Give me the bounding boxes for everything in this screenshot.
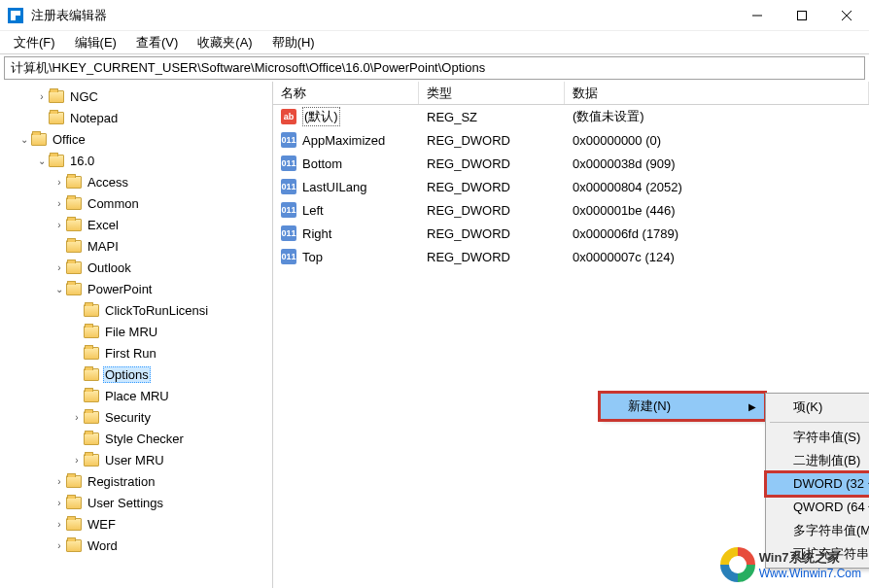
tree-item-label: Word [86,538,120,553]
tree-expander-icon[interactable]: › [35,91,49,102]
folder-icon [84,411,99,424]
menu-view[interactable]: 查看(V) [126,32,188,53]
menu-file[interactable]: 文件(F) [4,32,65,53]
tree-item-label: PowerPoint [86,282,154,296]
tree-item-label: Office [51,132,87,147]
folder-icon [31,133,47,146]
column-data[interactable]: 数据 [565,82,869,104]
reg-binary-icon: 011 [281,249,296,264]
folder-icon [66,261,82,274]
list-row[interactable]: 011AppMaximizedREG_DWORD0x00000000 (0) [273,128,869,152]
context-item-qword[interactable]: QWORD (64 位)值(Q) [766,496,869,519]
context-menu-new-submenu: 项(K) 字符串值(S) 二进制值(B) DWORD (32 位)值(D) QW… [765,393,869,569]
tree-item-label: Outlook [86,260,133,275]
tree-item[interactable]: ›Word [0,535,272,556]
list-row[interactable]: 011TopREG_DWORD0x0000007c (124) [273,245,869,268]
tree-item-label: First Run [103,346,158,361]
tree-item[interactable]: File MRU [0,321,272,342]
list-row[interactable]: 011LeftREG_DWORD0x000001be (446) [273,198,869,222]
folder-icon [66,283,82,295]
column-name[interactable]: 名称 [273,82,419,104]
tree-expander-icon[interactable]: ⌄ [52,284,66,294]
watermark-name: Win7系统之家 [759,550,840,565]
menu-favorites[interactable]: 收藏夹(A) [188,32,261,53]
tree-item[interactable]: Style Checker [0,428,272,449]
tree-expander-icon[interactable]: › [70,412,84,423]
list-header: 名称 类型 数据 [273,82,869,105]
tree-item[interactable]: ›Access [0,171,272,192]
tree-expander-icon[interactable]: › [52,198,66,209]
tree-item[interactable]: ⌄16.0 [0,150,272,171]
context-item-new[interactable]: 新建(N) ▶ [601,394,764,419]
list-row[interactable]: 011LastUILangREG_DWORD0x00000804 (2052) [273,175,869,198]
tree-expander-icon[interactable]: ⌄ [17,134,31,145]
folder-icon [84,326,99,338]
tree-item[interactable]: ClickToRunLicensi [0,299,272,321]
tree-expander-icon[interactable]: ⌄ [35,156,49,166]
context-item-multistring[interactable]: 多字符串值(M) [766,519,869,542]
tree-expander-icon[interactable]: › [52,262,66,273]
menu-edit[interactable]: 编辑(E) [65,32,126,53]
tree-item[interactable]: Place MRU [0,385,272,406]
folder-icon [84,454,99,467]
folder-icon [84,432,99,445]
value-data: 0x00000804 (2052) [565,180,869,194]
tree-item[interactable]: Notepad [0,107,272,128]
tree-expander-icon[interactable]: › [52,177,66,188]
list-row[interactable]: 011RightREG_DWORD0x000006fd (1789) [273,222,869,245]
tree-item[interactable]: ›Registration [0,470,272,492]
folder-icon [66,219,82,231]
column-type[interactable]: 类型 [419,82,565,104]
app-icon [8,8,23,23]
folder-icon [66,497,82,509]
close-button[interactable] [824,0,869,31]
list-row[interactable]: 011BottomREG_DWORD0x0000038d (909) [273,152,869,175]
folder-icon [66,197,82,210]
context-item-string[interactable]: 字符串值(S) [766,426,869,449]
tree-item-label: User Settings [86,496,165,510]
list-row[interactable]: ab(默认)REG_SZ(数值未设置) [273,105,869,128]
folder-icon [84,347,99,360]
tree-item[interactable]: Options [0,363,272,385]
titlebar: 注册表编辑器 [0,0,869,31]
list-body[interactable]: ab(默认)REG_SZ(数值未设置)011AppMaximizedREG_DW… [273,105,869,268]
tree-item[interactable]: ›User MRU [0,449,272,470]
tree-expander-icon[interactable]: › [70,455,84,466]
tree-item-label: Excel [86,218,121,232]
value-type: REG_DWORD [419,156,565,171]
tree-item-label: Options [103,366,151,383]
reg-binary-icon: 011 [281,132,296,148]
address-bar[interactable]: 计算机\HKEY_CURRENT_USER\Software\Microsoft… [4,56,865,80]
tree-expander-icon[interactable]: › [52,519,66,530]
tree-expander-icon[interactable]: › [52,540,66,551]
tree-expander-icon[interactable]: › [52,498,66,508]
context-item-key[interactable]: 项(K) [766,396,869,419]
maximize-button[interactable] [780,0,824,31]
tree-item[interactable]: ›Security [0,406,272,428]
folder-icon [66,518,82,531]
tree-item[interactable]: ›Excel [0,214,272,235]
tree-item[interactable]: ⌄Office [0,128,272,150]
tree-item[interactable]: ⌄PowerPoint [0,278,272,299]
tree-expander-icon[interactable]: › [52,220,66,230]
tree-panel[interactable]: ›NGCNotepad⌄Office⌄16.0›Access›Common›Ex… [0,82,273,588]
tree-item-label: Notepad [68,111,120,125]
tree-item[interactable]: ›WEF [0,513,272,535]
context-item-dword[interactable]: DWORD (32 位)值(D) [766,472,869,496]
tree-item[interactable]: MAPI [0,235,272,257]
tree-item-label: File MRU [103,325,159,339]
folder-icon [66,539,82,552]
value-data: 0x0000007c (124) [565,250,869,264]
tree-item-label: Place MRU [103,389,171,403]
tree-expander-icon[interactable]: › [52,476,66,487]
tree-item[interactable]: First Run [0,342,272,363]
minimize-button[interactable] [735,0,780,31]
tree-item[interactable]: ›Outlook [0,257,272,278]
tree-item-label: 16.0 [68,154,96,168]
context-item-binary[interactable]: 二进制值(B) [766,449,869,472]
tree-item[interactable]: ›User Settings [0,492,272,513]
value-data: 0x000001be (446) [565,203,869,218]
tree-item[interactable]: ›Common [0,192,272,214]
tree-item[interactable]: ›NGC [0,86,272,107]
menu-help[interactable]: 帮助(H) [262,32,325,53]
